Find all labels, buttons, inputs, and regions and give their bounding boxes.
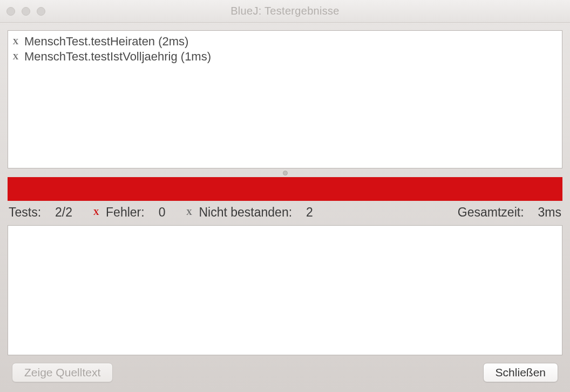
- summary-failed: X Nicht bestanden: 2: [185, 205, 313, 220]
- summary-tests-label: Tests:: [9, 205, 41, 220]
- summary-total-value: 3ms: [538, 205, 561, 220]
- minimize-window-icon[interactable]: [22, 7, 30, 16]
- zoom-window-icon[interactable]: [37, 7, 45, 16]
- show-source-button: Zeige Quelltext: [12, 363, 113, 382]
- fail-x-icon: X: [11, 52, 20, 61]
- test-label: MenschTest.testHeiraten (2ms): [24, 35, 188, 49]
- test-row[interactable]: X MenschTest.testHeiraten (2ms): [11, 34, 559, 49]
- window-controls: [6, 7, 45, 16]
- summary-errors-label: Fehler:: [106, 205, 145, 220]
- window-title: BlueJ: Testergebnisse: [0, 5, 570, 17]
- title-bar: BlueJ: Testergebnisse: [0, 0, 570, 23]
- test-label: MenschTest.testIstVolljaehrig (1ms): [24, 50, 211, 64]
- fail-x-icon: X: [11, 37, 20, 46]
- footer-buttons: Zeige Quelltext Schließen: [8, 355, 562, 392]
- summary-failed-label: Nicht bestanden:: [199, 205, 292, 220]
- detail-output-box[interactable]: [8, 225, 562, 355]
- split-divider[interactable]: [8, 168, 562, 177]
- summary-total-time: Gesamtzeit: 3ms: [458, 205, 561, 220]
- summary-tests-value: 2/2: [55, 205, 72, 220]
- grip-dot-icon: [283, 171, 288, 175]
- status-progress-bar: [8, 177, 562, 201]
- content-area: X MenschTest.testHeiraten (2ms) X Mensch…: [0, 23, 570, 392]
- summary-total-label: Gesamtzeit:: [458, 205, 524, 220]
- summary-failed-value: 2: [306, 205, 313, 220]
- close-window-icon[interactable]: [6, 7, 15, 16]
- summary-tests: Tests: 2/2: [9, 205, 72, 220]
- summary-errors: X Fehler: 0: [92, 205, 165, 220]
- close-button[interactable]: Schließen: [483, 363, 558, 382]
- error-x-icon: X: [92, 208, 100, 217]
- summary-errors-value: 0: [159, 205, 166, 220]
- test-row[interactable]: X MenschTest.testIstVolljaehrig (1ms): [11, 49, 559, 64]
- test-results-list[interactable]: X MenschTest.testHeiraten (2ms) X Mensch…: [8, 30, 562, 168]
- fail-x-icon: X: [185, 208, 193, 217]
- summary-row: Tests: 2/2 X Fehler: 0 X Nicht bestanden…: [8, 201, 562, 225]
